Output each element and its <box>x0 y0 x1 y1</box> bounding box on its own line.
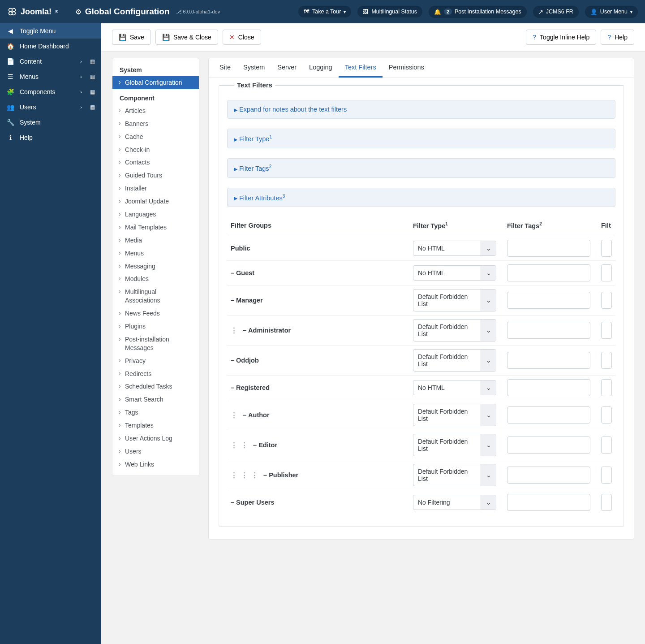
filter-type-select[interactable]: Default Forbidden List⌄ <box>413 434 496 456</box>
subnav-item-redirects[interactable]: Redirects <box>112 367 199 380</box>
subnav-item-messaging[interactable]: Messaging <box>112 260 199 273</box>
tab-site[interactable]: Site <box>213 58 237 78</box>
expander-filter-type[interactable]: ▶Filter Type1 <box>227 129 615 148</box>
sidebar-toggle[interactable]: ◀ Toggle Menu <box>0 23 101 39</box>
subnav-item-mail-templates[interactable]: Mail Templates <box>112 221 199 234</box>
help-button[interactable]: ?Help <box>601 30 634 45</box>
sidebar-item-help[interactable]: ℹHelp <box>0 130 101 145</box>
filter-type-select[interactable]: Default Forbidden List⌄ <box>413 464 496 486</box>
save-close-button[interactable]: 💾Save & Close <box>155 30 218 45</box>
subnav-item-users[interactable]: Users <box>112 445 199 458</box>
filter-type-select[interactable]: Default Forbidden List⌄ <box>413 349 496 372</box>
subnav-item-privacy[interactable]: Privacy <box>112 354 199 367</box>
sidebar-item-components[interactable]: 🧩Components›▦ <box>0 84 101 99</box>
tab-text-filters[interactable]: Text Filters <box>339 58 383 78</box>
expander-filter-attrs[interactable]: ▶Filter Attributes3 <box>227 188 615 207</box>
user-menu-pill[interactable]: 👤 User Menu ▾ <box>585 6 638 18</box>
take-tour-pill[interactable]: 🗺 Take a Tour ▾ <box>298 6 351 17</box>
subnav-item-multilingual-associations[interactable]: Multilingual Associations <box>112 285 199 307</box>
user-icon: 👤 <box>590 9 598 15</box>
filter-type-select[interactable]: No Filtering⌄ <box>413 495 496 510</box>
table-row: –GuestNo HTML⌄ <box>227 261 615 285</box>
select-value: Default Forbidden List <box>413 404 481 426</box>
subnav-item-smart-search[interactable]: Smart Search <box>112 393 199 406</box>
filter-tags-input[interactable] <box>507 264 590 281</box>
filter-tags-input[interactable] <box>507 322 590 339</box>
site-link-pill[interactable]: ↗ JCMS6 FR <box>533 6 579 18</box>
subnav-item-check-in[interactable]: Check-in <box>112 143 199 156</box>
expander-notes[interactable]: ▶Expand for notes about the text filters <box>227 100 615 119</box>
filter-attrs-input[interactable] <box>601 494 612 511</box>
sidebar-item-system[interactable]: 🔧System <box>0 115 101 130</box>
subnav-item-scheduled-tasks[interactable]: Scheduled Tasks <box>112 380 199 393</box>
subnav-item-cache[interactable]: Cache <box>112 130 199 143</box>
select-value: Default Forbidden List <box>413 290 481 311</box>
filter-tags-input[interactable] <box>507 379 590 396</box>
filter-type-select[interactable]: Default Forbidden List⌄ <box>413 404 496 426</box>
tab-permissions[interactable]: Permissions <box>383 58 430 78</box>
filter-tags-input[interactable] <box>507 240 590 257</box>
filter-type-select[interactable]: No HTML⌄ <box>413 380 496 395</box>
subnav-item-web-links[interactable]: Web Links <box>112 458 199 471</box>
post-install-pill[interactable]: 🔔 2 Post Installation Messages <box>429 6 527 18</box>
filter-attrs-input[interactable] <box>601 379 612 396</box>
sup-1: 1 <box>269 134 272 139</box>
expander-filter-tags[interactable]: ▶Filter Tags2 <box>227 158 615 178</box>
subnav-item-banners[interactable]: Banners <box>112 117 199 130</box>
subnav-item-global-config[interactable]: Global Configuration <box>112 76 199 89</box>
subnav-item-contacts[interactable]: Contacts <box>112 156 199 169</box>
subnav-item-joomla-update[interactable]: Joomla! Update <box>112 195 199 208</box>
sidebar-item-home-dashboard[interactable]: 🏠Home Dashboard <box>0 39 101 54</box>
group-name: –Registered <box>231 384 270 391</box>
subnav-item-guided-tours[interactable]: Guided Tours <box>112 169 199 182</box>
multilingual-pill[interactable]: 🖼 Multilingual Status <box>357 6 422 17</box>
group-name: –Manager <box>231 297 263 304</box>
tab-server[interactable]: Server <box>271 58 303 78</box>
subnav-item-media[interactable]: Media <box>112 234 199 247</box>
tab-system[interactable]: System <box>237 58 271 78</box>
filter-tags-input[interactable] <box>507 292 590 309</box>
subnav-item-templates[interactable]: Templates <box>112 419 199 432</box>
filter-tags-input[interactable] <box>507 467 590 484</box>
sidebar-item-users[interactable]: 👥Users›▦ <box>0 99 101 115</box>
subnav-item-post-installation-messages[interactable]: Post-installation Messages <box>112 333 199 354</box>
filter-attrs-input[interactable] <box>601 322 612 339</box>
save-button[interactable]: 💾Save <box>112 30 151 45</box>
filter-table-wrap: Filter Groups Filter Type1 Filter Tags2 … <box>227 217 615 514</box>
filter-tags-input[interactable] <box>507 437 590 454</box>
subnav-item-installer[interactable]: Installer <box>112 182 199 195</box>
subnav-item-plugins[interactable]: Plugins <box>112 320 199 333</box>
filter-tags-input[interactable] <box>507 494 590 511</box>
subnav-item-articles[interactable]: Articles <box>112 104 199 117</box>
tab-logging[interactable]: Logging <box>303 58 339 78</box>
brand[interactable]: Joomla!® <box>7 7 58 17</box>
filter-tags-input[interactable] <box>507 352 590 369</box>
filter-type-select[interactable]: No HTML⌄ <box>413 241 496 256</box>
close-button[interactable]: ✕Close <box>223 30 261 45</box>
filter-type-select[interactable]: No HTML⌄ <box>413 265 496 281</box>
sidebar-item-content[interactable]: 📄Content›▦ <box>0 54 101 69</box>
toggle-inline-help-button[interactable]: ?Toggle Inline Help <box>526 30 596 45</box>
filter-attrs-input[interactable] <box>601 240 612 257</box>
subnav-item-user-actions-log[interactable]: User Actions Log <box>112 432 199 445</box>
filter-attrs-input[interactable] <box>601 467 612 484</box>
filter-attrs-input[interactable] <box>601 352 612 369</box>
filter-attrs-input[interactable] <box>601 264 612 281</box>
subnav-item-tags[interactable]: Tags <box>112 406 199 419</box>
post-install-label: Post Installation Messages <box>455 9 521 15</box>
subnav-item-languages[interactable]: Languages <box>112 208 199 221</box>
filter-tags-input[interactable] <box>507 406 590 424</box>
dash-icon: – <box>231 499 234 506</box>
main-content: 💾Save 💾Save & Close ✕Close ?Toggle Inlin… <box>101 23 645 644</box>
subnav-item-modules[interactable]: Modules <box>112 272 199 285</box>
subnav-item-news-feeds[interactable]: News Feeds <box>112 307 199 320</box>
sidebar-item-menus[interactable]: ☰Menus›▦ <box>0 69 101 84</box>
subnav-item-menus[interactable]: Menus <box>112 247 199 260</box>
select-value: Default Forbidden List <box>413 320 481 341</box>
question-icon: ? <box>533 34 536 41</box>
filter-type-select[interactable]: Default Forbidden List⌄ <box>413 289 496 311</box>
filter-attrs-input[interactable] <box>601 292 612 309</box>
filter-attrs-input[interactable] <box>601 437 612 454</box>
filter-attrs-input[interactable] <box>601 406 612 424</box>
filter-type-select[interactable]: Default Forbidden List⌄ <box>413 319 496 341</box>
